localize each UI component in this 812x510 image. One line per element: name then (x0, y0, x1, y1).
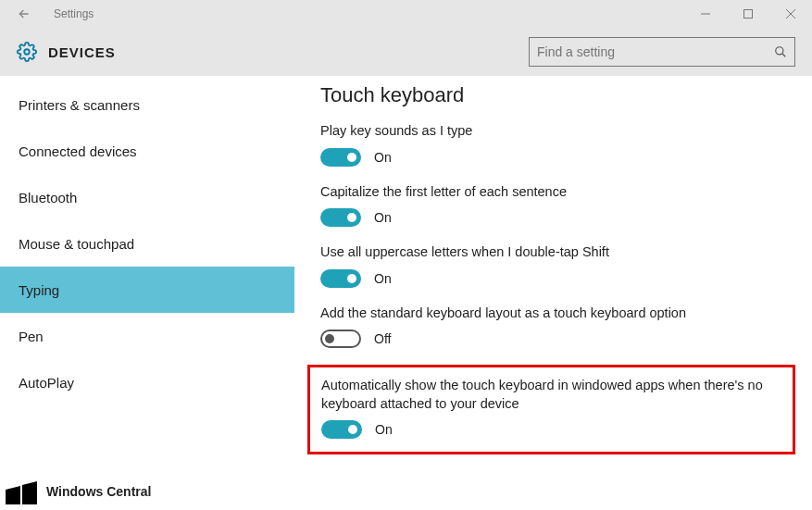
setting-item: Add the standard keyboard layout as a to… (320, 305, 792, 349)
sidebar-item-typing[interactable]: Typing (0, 267, 294, 313)
toggle-row: Off (320, 330, 792, 348)
toggle-state-label: On (374, 150, 392, 165)
setting-label: Use all uppercase letters when I double-… (320, 243, 792, 262)
setting-label: Play key sounds as I type (320, 122, 792, 141)
window-controls (684, 0, 812, 28)
sidebar-item-connected-devices[interactable]: Connected devices (0, 128, 294, 174)
brand-logo-icon (6, 479, 37, 504)
toggle-state-label: Off (374, 331, 391, 346)
setting-label: Automatically show the touch keyboard in… (321, 377, 781, 413)
sidebar-item-printers-scanners[interactable]: Printers & scanners (0, 81, 294, 128)
toggle-switch[interactable] (321, 420, 362, 439)
toggle-state-label: On (375, 422, 393, 437)
minimize-button[interactable] (684, 0, 727, 28)
page-title: Touch keyboard (320, 83, 792, 107)
toggle-row: On (320, 269, 792, 288)
sidebar: Printers & scannersConnected devicesBlue… (0, 76, 294, 510)
toggle-switch[interactable] (320, 269, 361, 288)
section-title: DEVICES (48, 44, 116, 60)
toggle-switch[interactable] (320, 148, 361, 167)
sidebar-item-label: Typing (19, 282, 59, 298)
search-wrap (529, 37, 795, 67)
settings-list: Play key sounds as I typeOnCapitalize th… (320, 122, 792, 454)
toggle-state-label: On (374, 271, 392, 286)
toggle-knob (347, 213, 356, 222)
footer-brand: Windows Central (6, 479, 151, 504)
sidebar-item-label: Printers & scanners (19, 97, 140, 113)
svg-line-6 (782, 54, 786, 57)
toggle-state-label: On (374, 210, 392, 225)
sidebar-item-bluetooth[interactable]: Bluetooth (0, 174, 294, 220)
sidebar-item-label: Mouse & touchpad (19, 236, 134, 252)
brand-text: Windows Central (46, 484, 151, 499)
setting-label: Add the standard keyboard layout as a to… (320, 305, 792, 323)
toggle-row: On (321, 420, 781, 439)
body: Printers & scannersConnected devicesBlue… (0, 76, 812, 510)
sidebar-item-autoplay[interactable]: AutoPlay (0, 359, 294, 405)
sidebar-item-mouse-touchpad[interactable]: Mouse & touchpad (0, 220, 294, 267)
close-button[interactable] (769, 0, 812, 28)
settings-window: Settings DEVICES Printers & scannersConn… (0, 0, 812, 510)
search-icon (774, 45, 787, 58)
svg-marker-8 (22, 481, 37, 504)
svg-marker-7 (6, 486, 20, 504)
toggle-knob (347, 153, 356, 162)
header: DEVICES (0, 28, 812, 76)
toggle-switch[interactable] (320, 330, 361, 348)
toggle-row: On (320, 148, 792, 167)
toggle-knob (325, 334, 334, 343)
toggle-knob (348, 425, 357, 434)
toggle-row: On (320, 208, 792, 227)
back-button[interactable] (11, 1, 37, 27)
sidebar-item-label: Pen (19, 329, 44, 344)
setting-label: Capitalize the first letter of each sent… (320, 183, 792, 202)
svg-point-5 (776, 47, 783, 55)
search-input[interactable] (537, 44, 774, 59)
sidebar-item-label: Bluetooth (19, 190, 77, 205)
toggle-switch[interactable] (320, 208, 361, 227)
setting-item: Use all uppercase letters when I double-… (320, 243, 792, 288)
sidebar-item-pen[interactable]: Pen (0, 313, 294, 359)
svg-point-4 (24, 49, 30, 55)
setting-item: Play key sounds as I typeOn (320, 122, 792, 167)
titlebar: Settings (0, 0, 812, 28)
search-box[interactable] (529, 37, 795, 67)
app-title: Settings (54, 7, 94, 20)
toggle-knob (347, 274, 356, 283)
content: Touch keyboard Play key sounds as I type… (294, 76, 812, 510)
sidebar-item-label: AutoPlay (19, 375, 74, 391)
maximize-button[interactable] (727, 0, 769, 28)
gear-icon (17, 42, 37, 62)
setting-item: Capitalize the first letter of each sent… (320, 183, 792, 228)
svg-rect-1 (744, 10, 753, 19)
setting-item: Automatically show the touch keyboard in… (307, 365, 795, 454)
sidebar-item-label: Connected devices (19, 143, 137, 159)
